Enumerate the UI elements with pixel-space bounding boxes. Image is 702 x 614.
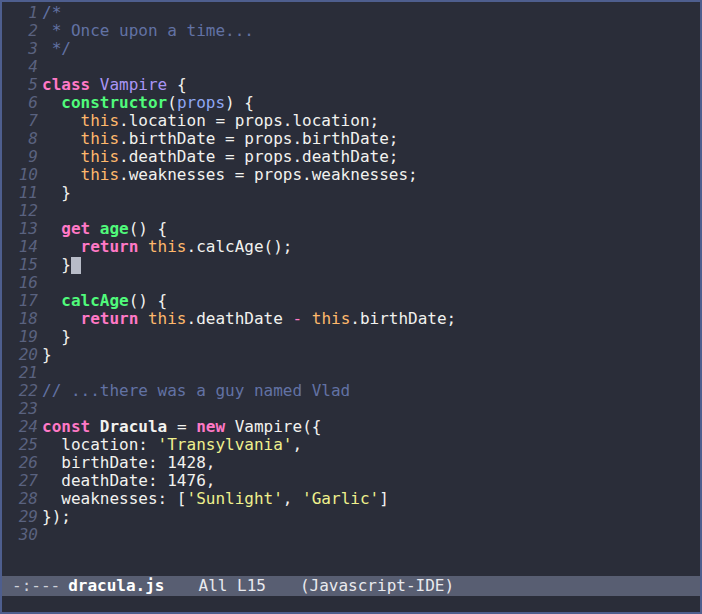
- code-text: get age() {: [38, 220, 167, 238]
- line-number: 3: [2, 40, 38, 58]
- echo-area: [2, 596, 700, 612]
- code-line[interactable]: 4: [2, 58, 700, 76]
- code-text: location: 'Transylvania',: [38, 436, 302, 454]
- code-line[interactable]: 1/*: [2, 4, 700, 22]
- code-text: const Dracula = new Vampire({: [38, 418, 321, 436]
- mode-line: -:--- dracula.js All L15 (Javascript-IDE…: [2, 576, 700, 596]
- line-number: 26: [2, 454, 38, 472]
- code-line[interactable]: 16: [2, 274, 700, 292]
- code-line[interactable]: 27 deathDate: 1476,: [2, 472, 700, 490]
- line-number: 20: [2, 346, 38, 364]
- code-line[interactable]: 9 this.deathDate = props.deathDate;: [2, 148, 700, 166]
- code-text: return this.calcAge();: [38, 238, 292, 256]
- code-text: return this.deathDate - this.birthDate;: [38, 310, 456, 328]
- line-number: 14: [2, 238, 38, 256]
- code-text: /*: [38, 4, 61, 22]
- code-line[interactable]: 6 constructor(props) {: [2, 94, 700, 112]
- code-line[interactable]: 29});: [2, 508, 700, 526]
- code-line[interactable]: 15 }: [2, 256, 700, 274]
- code-line[interactable]: 26 birthDate: 1428,: [2, 454, 700, 472]
- code-text: }: [38, 256, 81, 274]
- line-number: 6: [2, 94, 38, 112]
- line-number: 28: [2, 490, 38, 508]
- code-text: [38, 400, 42, 418]
- modeline-status: -:---: [12, 577, 60, 595]
- line-number: 22: [2, 382, 38, 400]
- text-cursor: [71, 257, 81, 274]
- code-text: }: [38, 346, 52, 364]
- line-number: 10: [2, 166, 38, 184]
- code-text: */: [38, 40, 71, 58]
- code-text: [38, 526, 42, 544]
- modeline-position: All L15: [199, 577, 266, 595]
- code-text: // ...there was a guy named Vlad: [38, 382, 350, 400]
- code-line[interactable]: 12: [2, 202, 700, 220]
- line-number: 4: [2, 58, 38, 76]
- code-text: }: [38, 184, 71, 202]
- line-number: 29: [2, 508, 38, 526]
- code-line[interactable]: 10 this.weaknesses = props.weaknesses;: [2, 166, 700, 184]
- line-number: 19: [2, 328, 38, 346]
- code-text: [38, 202, 42, 220]
- code-line[interactable]: 21: [2, 364, 700, 382]
- code-line[interactable]: 11 }: [2, 184, 700, 202]
- code-line[interactable]: 19 }: [2, 328, 700, 346]
- line-number: 17: [2, 292, 38, 310]
- line-number: 7: [2, 112, 38, 130]
- line-number: 27: [2, 472, 38, 490]
- line-number: 30: [2, 526, 38, 544]
- code-line[interactable]: 23: [2, 400, 700, 418]
- line-number: 23: [2, 400, 38, 418]
- code-text: this.deathDate = props.deathDate;: [38, 148, 398, 166]
- code-line[interactable]: 18 return this.deathDate - this.birthDat…: [2, 310, 700, 328]
- code-line[interactable]: 2 * Once upon a time...: [2, 22, 700, 40]
- line-number: 9: [2, 148, 38, 166]
- editor-window: 1/*2 * Once upon a time...3 */45class Va…: [0, 0, 702, 614]
- line-number: 16: [2, 274, 38, 292]
- line-number: 1: [2, 4, 38, 22]
- code-text: deathDate: 1476,: [38, 472, 215, 490]
- line-number: 2: [2, 22, 38, 40]
- code-line[interactable]: 8 this.birthDate = props.birthDate;: [2, 130, 700, 148]
- editor-buffer[interactable]: 1/*2 * Once upon a time...3 */45class Va…: [2, 2, 700, 576]
- line-number: 5: [2, 76, 38, 94]
- code-text: [38, 364, 42, 382]
- code-text: this.birthDate = props.birthDate;: [38, 130, 398, 148]
- code-line[interactable]: 25 location: 'Transylvania',: [2, 436, 700, 454]
- line-number: 24: [2, 418, 38, 436]
- code-line[interactable]: 14 return this.calcAge();: [2, 238, 700, 256]
- code-line[interactable]: 20}: [2, 346, 700, 364]
- code-text: constructor(props) {: [38, 94, 254, 112]
- code-line[interactable]: 5class Vampire {: [2, 76, 700, 94]
- code-line[interactable]: 13 get age() {: [2, 220, 700, 238]
- code-text: });: [38, 508, 71, 526]
- code-line[interactable]: 30: [2, 526, 700, 544]
- code-line[interactable]: 17 calcAge() {: [2, 292, 700, 310]
- line-number: 13: [2, 220, 38, 238]
- code-text: * Once upon a time...: [38, 22, 254, 40]
- line-number: 25: [2, 436, 38, 454]
- code-text: [38, 274, 42, 292]
- code-line[interactable]: 28 weaknesses: ['Sunlight', 'Garlic']: [2, 490, 700, 508]
- code-text: }: [38, 328, 71, 346]
- code-text: this.weaknesses = props.weaknesses;: [38, 166, 418, 184]
- code-line[interactable]: 7 this.location = props.location;: [2, 112, 700, 130]
- line-number: 15: [2, 256, 38, 274]
- line-number: 18: [2, 310, 38, 328]
- code-line[interactable]: 22// ...there was a guy named Vlad: [2, 382, 700, 400]
- code-line[interactable]: 3 */: [2, 40, 700, 58]
- code-text: weaknesses: ['Sunlight', 'Garlic']: [38, 490, 389, 508]
- line-number: 21: [2, 364, 38, 382]
- line-number: 11: [2, 184, 38, 202]
- line-number: 8: [2, 130, 38, 148]
- code-text: class Vampire {: [38, 76, 187, 94]
- code-line[interactable]: 24const Dracula = new Vampire({: [2, 418, 700, 436]
- code-text: [38, 58, 42, 76]
- line-number: 12: [2, 202, 38, 220]
- code-text: birthDate: 1428,: [38, 454, 215, 472]
- code-text: calcAge() {: [38, 292, 167, 310]
- code-text: this.location = props.location;: [38, 112, 379, 130]
- modeline-major-mode[interactable]: (Javascript-IDE): [300, 577, 454, 595]
- modeline-filename: dracula.js: [68, 577, 164, 595]
